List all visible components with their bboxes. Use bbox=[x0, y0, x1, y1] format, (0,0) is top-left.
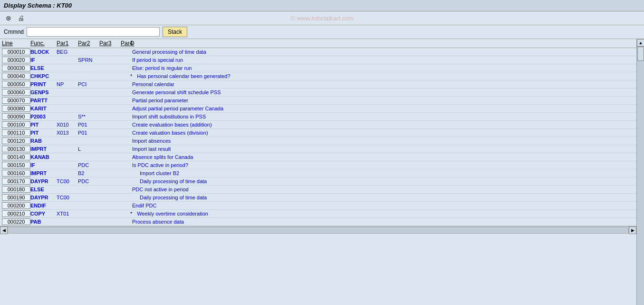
table-row[interactable]: 000080KARITAdjust partial period paramet… bbox=[0, 105, 636, 113]
cell-d-text: Else: period is regular run bbox=[130, 65, 634, 71]
toolbar-icon-1[interactable]: ⊗ bbox=[4, 13, 13, 23]
table-row[interactable]: 000060GENPSGenerate personal shift sched… bbox=[0, 89, 636, 97]
cell-func: DAYPR bbox=[30, 178, 57, 184]
table-row[interactable]: 000100PITX010P01Create evaluation bases … bbox=[0, 121, 636, 129]
cell-line: 000190 bbox=[2, 194, 30, 201]
table-row[interactable]: 000050PRINTNPPCIPersonal calendar bbox=[0, 80, 636, 89]
vertical-scrollbar: ▲ ▼ bbox=[636, 39, 644, 305]
col-d: D bbox=[130, 40, 634, 47]
cell-text: Daily processing of time data bbox=[132, 178, 207, 184]
cell-text: Create evaluation bases (addition) bbox=[132, 122, 212, 128]
col-par4: Par4 bbox=[121, 40, 130, 47]
table-row[interactable]: 000150IFPDCIs PDC active in period? bbox=[0, 161, 636, 169]
cell-d-text: Create valuation bases (division) bbox=[130, 130, 634, 136]
cell-line: 000010 bbox=[2, 49, 30, 55]
table-row[interactable]: 000120RABImport absences bbox=[0, 137, 636, 145]
cell-func: BLOCK bbox=[30, 49, 57, 55]
cell-func: COPY bbox=[30, 211, 57, 216]
cell-text: If period is special run bbox=[132, 57, 183, 63]
table-row[interactable]: 000130IMPRTLImport last result bbox=[0, 145, 636, 153]
table-row[interactable]: 000180ELSEPDC not active in period bbox=[0, 186, 636, 194]
cell-d-text: Is PDC active in period? bbox=[130, 162, 634, 168]
cell-line: 000060 bbox=[2, 89, 30, 96]
table-row[interactable]: 000170DAYPRTC00PDCDaily processing of ti… bbox=[0, 177, 636, 186]
cell-func: IF bbox=[30, 57, 57, 63]
table-row[interactable]: 000040CHKPC*Has personal calendar been g… bbox=[0, 72, 636, 80]
cell-par2: S** bbox=[78, 114, 99, 119]
cell-line: 000130 bbox=[2, 146, 30, 152]
cell-func: PIT bbox=[30, 130, 57, 136]
col-par2: Par2 bbox=[78, 40, 99, 47]
cell-par2: PDC bbox=[78, 162, 99, 168]
cell-line: 000070 bbox=[2, 97, 30, 104]
stack-button[interactable]: Stack bbox=[163, 27, 187, 37]
cell-d-text: Absence splits for Canada bbox=[130, 154, 634, 160]
cell-d-text: Process absence data bbox=[130, 219, 634, 225]
cell-d: * bbox=[130, 73, 132, 79]
cell-line: 000030 bbox=[2, 65, 30, 71]
cell-text: Import cluster B2 bbox=[132, 170, 179, 176]
cell-par1: TC00 bbox=[57, 195, 78, 200]
cell-func: ENDIF bbox=[30, 203, 57, 208]
cell-d-text: Adjust partial period parameter Canada bbox=[130, 106, 634, 111]
cell-d-text: Import cluster B2 bbox=[130, 170, 634, 176]
cell-line: 000150 bbox=[2, 162, 30, 168]
table-row[interactable]: 000090P2003S**Import shift substitutions… bbox=[0, 113, 636, 121]
table-row[interactable]: 000220PABProcess absence data bbox=[0, 218, 636, 226]
table-row[interactable]: 000160IMPRTB2Import cluster B2 bbox=[0, 169, 636, 177]
toolbar: ⊗ 🖨 © www.tutorialkart.com bbox=[0, 11, 644, 25]
scroll-track[interactable] bbox=[637, 47, 644, 305]
cell-text: Import absences bbox=[132, 138, 171, 144]
cell-func: KANAB bbox=[30, 154, 57, 160]
cell-text: Adjust partial period parameter Canada bbox=[132, 106, 223, 111]
cell-func: DAYPR bbox=[30, 195, 57, 200]
toolbar-icon-2[interactable]: 🖨 bbox=[16, 13, 26, 23]
table-row[interactable]: 000070PARTTPartial period parameter bbox=[0, 97, 636, 105]
cell-line: 000220 bbox=[2, 218, 30, 225]
table-row[interactable]: 000200ENDIFEndif PDC bbox=[0, 202, 636, 210]
cell-line: 000080 bbox=[2, 105, 30, 112]
cell-par1: NP bbox=[57, 81, 78, 87]
table-row[interactable]: 000030ELSEElse: period is regular run bbox=[0, 64, 636, 72]
cell-line: 000210 bbox=[2, 210, 30, 217]
cell-d-text: PDC not active in period bbox=[130, 187, 634, 192]
cell-line: 000020 bbox=[2, 57, 30, 63]
cell-par2: PDC bbox=[78, 178, 99, 184]
cell-line: 000090 bbox=[2, 113, 30, 120]
cell-text: Create valuation bases (division) bbox=[132, 130, 208, 136]
h-scroll-left-btn[interactable]: ◀ bbox=[0, 226, 8, 234]
cell-d-text: Daily processing of time data bbox=[130, 178, 634, 184]
command-input[interactable] bbox=[27, 27, 160, 37]
scroll-up-btn[interactable]: ▲ bbox=[637, 39, 644, 47]
cell-func: PAB bbox=[30, 219, 57, 225]
cell-d-text: Import shift substitutions in PSS bbox=[130, 114, 634, 119]
cell-text: Endif PDC bbox=[132, 203, 156, 208]
table-row[interactable]: 000010BLOCKBEGGeneral processing of time… bbox=[0, 48, 636, 56]
scroll-thumb[interactable] bbox=[637, 47, 644, 61]
cell-text: Is PDC active in period? bbox=[132, 162, 188, 168]
cell-line: 000140 bbox=[2, 154, 30, 160]
cell-func: CHKPC bbox=[30, 73, 57, 79]
cell-par2: SPRN bbox=[78, 57, 99, 63]
h-scroll-track[interactable] bbox=[8, 227, 629, 234]
table-row[interactable]: 000020IFSPRNIf period is special run bbox=[0, 56, 636, 64]
cell-line: 000050 bbox=[2, 81, 30, 88]
table-row[interactable]: 000210COPYXT01*Weekly overtime considera… bbox=[0, 210, 636, 218]
cell-text: Else: period is regular run bbox=[132, 65, 192, 71]
cell-par2: PCI bbox=[78, 81, 99, 87]
cell-func: P2003 bbox=[30, 114, 57, 119]
cell-func: PRINT bbox=[30, 81, 57, 87]
cell-text: Absence splits for Canada bbox=[132, 154, 193, 160]
cell-d-text: *Has personal calendar been generated? bbox=[130, 73, 634, 79]
table-row[interactable]: 000140KANABAbsence splits for Canada bbox=[0, 153, 636, 161]
cell-func: IMPRT bbox=[30, 146, 57, 152]
cell-par1: TC00 bbox=[57, 178, 78, 184]
table-row[interactable]: 000110PITX013P01Create valuation bases (… bbox=[0, 129, 636, 137]
cell-line: 000120 bbox=[2, 138, 30, 144]
table-row[interactable]: 000190DAYPRTC00Daily processing of time … bbox=[0, 194, 636, 202]
cell-d-text: Personal calendar bbox=[130, 81, 634, 87]
col-par3: Par3 bbox=[99, 40, 121, 47]
cell-par2: P01 bbox=[78, 130, 99, 136]
command-bar: Cmmnd Stack bbox=[0, 25, 644, 39]
h-scroll-right-btn[interactable]: ▶ bbox=[629, 226, 636, 234]
